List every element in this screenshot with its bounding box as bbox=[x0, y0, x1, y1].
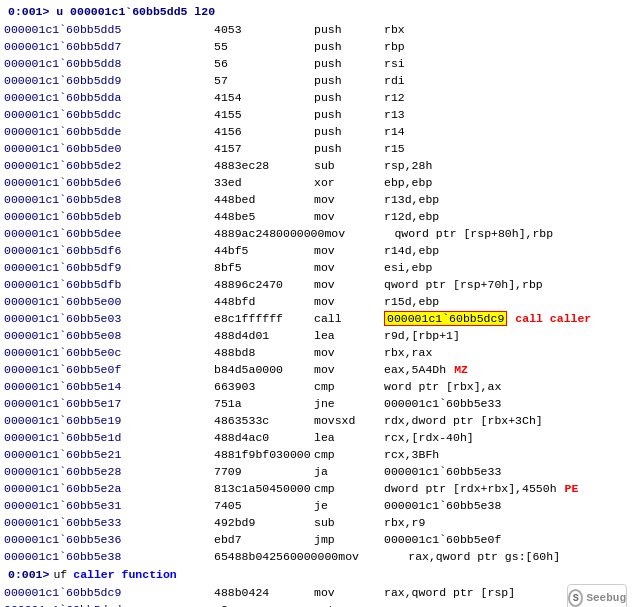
caller-line-0: 000001c1`60bb5dc9488b0424movrax,qword pt… bbox=[4, 584, 631, 601]
mnemonic-12: mov bbox=[324, 225, 394, 242]
bytes-4: 4154 bbox=[214, 89, 314, 106]
operand-7: r15 bbox=[384, 140, 405, 157]
operand-29: rbx,r9 bbox=[384, 514, 425, 531]
addr-15: 000001c1`60bb5dfb bbox=[4, 276, 214, 293]
operand-17: 000001c1`60bb5dc9 bbox=[384, 310, 507, 327]
caller-addr-1: 000001c1`60bb5dcd bbox=[4, 601, 214, 607]
addr-9: 000001c1`60bb5de6 bbox=[4, 174, 214, 191]
bytes-30: ebd7 bbox=[214, 531, 314, 548]
bytes-24: 488d4ac0 bbox=[214, 429, 314, 446]
bytes-29: 492bd9 bbox=[214, 514, 314, 531]
addr-2: 000001c1`60bb5dd8 bbox=[4, 55, 214, 72]
bytes-10: 448bed bbox=[214, 191, 314, 208]
disasm-line-19: 000001c1`60bb5e0c488bd8movrbx,rax bbox=[4, 344, 631, 361]
disasm-line-10: 000001c1`60bb5de8448bedmovr13d,ebp bbox=[4, 191, 631, 208]
operand-3: rdi bbox=[384, 72, 405, 89]
prompt-cmd-2: uf bbox=[53, 566, 67, 583]
operand-21: word ptr [rbx],ax bbox=[384, 378, 501, 395]
operand-31: rax,qword ptr gs:[60h] bbox=[408, 548, 560, 565]
operand-9: ebp,ebp bbox=[384, 174, 432, 191]
addr-4: 000001c1`60bb5dda bbox=[4, 89, 214, 106]
operand-1: rbp bbox=[384, 38, 405, 55]
mnemonic-19: mov bbox=[314, 344, 384, 361]
mnemonic-6: push bbox=[314, 123, 384, 140]
bytes-15: 48896c2470 bbox=[214, 276, 314, 293]
disasm-line-15: 000001c1`60bb5dfb48896c2470movqword ptr … bbox=[4, 276, 631, 293]
mnemonic-24: lea bbox=[314, 429, 384, 446]
operand-12: qword ptr [rsp+80h],rbp bbox=[394, 225, 553, 242]
addr-6: 000001c1`60bb5dde bbox=[4, 123, 214, 140]
disasm-line-11: 000001c1`60bb5deb448be5movr12d,ebp bbox=[4, 208, 631, 225]
disasm-line-9: 000001c1`60bb5de633edxorebp,ebp bbox=[4, 174, 631, 191]
mnemonic-13: mov bbox=[314, 242, 384, 259]
prompt-line-2: 0:001> uf caller function bbox=[4, 565, 631, 584]
seebug-icon: S bbox=[568, 589, 583, 607]
call-highlight-17: 000001c1`60bb5dc9 bbox=[384, 311, 507, 326]
mnemonic-31: mov bbox=[338, 548, 408, 565]
prompt-prefix-2: 0:001> bbox=[8, 566, 49, 583]
bytes-22: 751a bbox=[214, 395, 314, 412]
bytes-6: 4156 bbox=[214, 123, 314, 140]
bytes-11: 448be5 bbox=[214, 208, 314, 225]
seebug-watermark: S Seebug bbox=[567, 584, 627, 607]
disasm-line-13: 000001c1`60bb5df644bf5movr14d,ebp bbox=[4, 242, 631, 259]
addr-26: 000001c1`60bb5e28 bbox=[4, 463, 214, 480]
mnemonic-23: movsxd bbox=[314, 412, 384, 429]
bytes-23: 4863533c bbox=[214, 412, 314, 429]
bytes-19: 488bd8 bbox=[214, 344, 314, 361]
bytes-2: 56 bbox=[214, 55, 314, 72]
mnemonic-20: mov bbox=[314, 361, 384, 378]
disasm-line-0: 000001c1`60bb5dd54053pushrbx bbox=[4, 21, 631, 38]
operand-22: 000001c1`60bb5e33 bbox=[384, 395, 501, 412]
addr-10: 000001c1`60bb5de8 bbox=[4, 191, 214, 208]
caller-mnemonic-1: ret bbox=[314, 601, 384, 607]
operand-4: r12 bbox=[384, 89, 405, 106]
mnemonic-3: push bbox=[314, 72, 384, 89]
addr-23: 000001c1`60bb5e19 bbox=[4, 412, 214, 429]
disasm-line-23: 000001c1`60bb5e194863533cmovsxdrdx,dword… bbox=[4, 412, 631, 429]
disasm-line-7: 000001c1`60bb5de04157pushr15 bbox=[4, 140, 631, 157]
bytes-3: 57 bbox=[214, 72, 314, 89]
mnemonic-17: call bbox=[314, 310, 384, 327]
code-area: 0:001> u 000001c1`60bb5dd5 l20 000001c1`… bbox=[0, 2, 635, 607]
disasm-line-20: 000001c1`60bb5e0fb84d5a0000moveax,5A4DhM… bbox=[4, 361, 631, 378]
caller-addr-0: 000001c1`60bb5dc9 bbox=[4, 584, 214, 601]
addr-19: 000001c1`60bb5e0c bbox=[4, 344, 214, 361]
disasm-line-17: 000001c1`60bb5e03e8c1ffffffcall000001c1`… bbox=[4, 310, 631, 327]
mnemonic-5: push bbox=[314, 106, 384, 123]
operand-20: eax,5A4Dh bbox=[384, 361, 446, 378]
addr-11: 000001c1`60bb5deb bbox=[4, 208, 214, 225]
caller-operand-0: rax,qword ptr [rsp] bbox=[384, 584, 515, 601]
operand-26: 000001c1`60bb5e33 bbox=[384, 463, 501, 480]
operand-8: rsp,28h bbox=[384, 157, 432, 174]
disasm-line-22: 000001c1`60bb5e17751ajne000001c1`60bb5e3… bbox=[4, 395, 631, 412]
mnemonic-29: sub bbox=[314, 514, 384, 531]
disasm-line-28: 000001c1`60bb5e317405je000001c1`60bb5e38 bbox=[4, 497, 631, 514]
addr-12: 000001c1`60bb5dee bbox=[4, 225, 214, 242]
caller-function-label: caller function bbox=[73, 566, 177, 583]
mnemonic-1: push bbox=[314, 38, 384, 55]
bytes-1: 55 bbox=[214, 38, 314, 55]
mnemonic-28: je bbox=[314, 497, 384, 514]
mnemonic-4: push bbox=[314, 89, 384, 106]
disasm-line-8: 000001c1`60bb5de24883ec28subrsp,28h bbox=[4, 157, 631, 174]
addr-14: 000001c1`60bb5df9 bbox=[4, 259, 214, 276]
addr-18: 000001c1`60bb5e08 bbox=[4, 327, 214, 344]
bytes-5: 4155 bbox=[214, 106, 314, 123]
prompt-line-1: 0:001> u 000001c1`60bb5dd5 l20 bbox=[4, 2, 631, 21]
bytes-25: 4881f9bf030000 bbox=[214, 446, 314, 463]
bytes-8: 4883ec28 bbox=[214, 157, 314, 174]
caller-bytes-1: c3 bbox=[214, 601, 314, 607]
disasm-line-31: 000001c1`60bb5e3865488b042560000000movra… bbox=[4, 548, 631, 565]
mnemonic-25: cmp bbox=[314, 446, 384, 463]
bytes-21: 663903 bbox=[214, 378, 314, 395]
mnemonic-0: push bbox=[314, 21, 384, 38]
addr-20: 000001c1`60bb5e0f bbox=[4, 361, 214, 378]
operand-19: rbx,rax bbox=[384, 344, 432, 361]
operand-13: r14d,ebp bbox=[384, 242, 439, 259]
bytes-26: 7709 bbox=[214, 463, 314, 480]
bytes-31: 65488b042560000000 bbox=[214, 548, 338, 565]
addr-29: 000001c1`60bb5e33 bbox=[4, 514, 214, 531]
operand-0: rbx bbox=[384, 21, 405, 38]
prompt-prefix-1: 0:001> u 000001c1`60bb5dd5 l20 bbox=[8, 3, 215, 20]
